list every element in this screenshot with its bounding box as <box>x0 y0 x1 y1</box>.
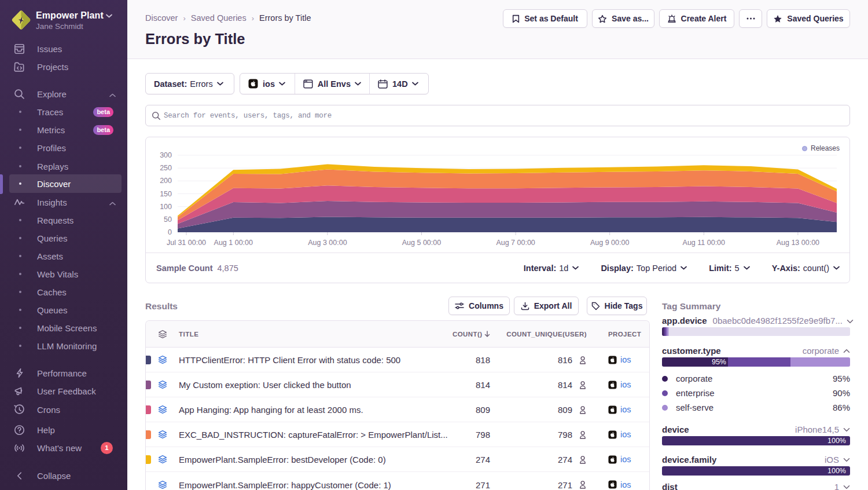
svg-text:Aug 13 00:00: Aug 13 00:00 <box>777 239 819 247</box>
svg-text:Jul 31 00:00: Jul 31 00:00 <box>167 239 206 247</box>
svg-text:Aug 7 00:00: Aug 7 00:00 <box>496 239 535 247</box>
svg-text:250: 250 <box>160 164 172 172</box>
svg-text:Aug 3 00:00: Aug 3 00:00 <box>308 239 347 247</box>
svg-text:200: 200 <box>160 177 172 185</box>
svg-text:Aug 11 00:00: Aug 11 00:00 <box>683 239 725 247</box>
svg-text:0: 0 <box>168 228 172 236</box>
svg-text:100: 100 <box>160 203 172 211</box>
svg-text:Aug 5 00:00: Aug 5 00:00 <box>402 239 441 247</box>
svg-text:Aug 9 00:00: Aug 9 00:00 <box>590 239 629 247</box>
svg-text:150: 150 <box>160 190 172 198</box>
svg-text:300: 300 <box>160 151 172 159</box>
svg-text:50: 50 <box>164 215 172 224</box>
svg-text:Aug 1 00:00: Aug 1 00:00 <box>214 239 253 247</box>
